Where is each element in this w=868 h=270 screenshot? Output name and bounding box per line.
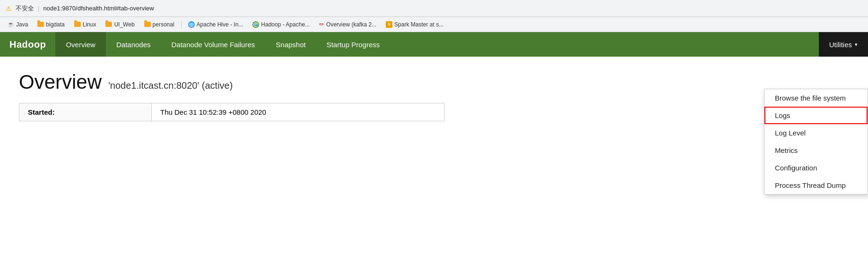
- folder-icon-personal: [144, 22, 151, 27]
- bookmark-hadoop-apache[interactable]: 🌍 Hadoop - Apache...: [249, 20, 313, 29]
- dropdown-configuration[interactable]: Configuration: [764, 159, 868, 177]
- bookmark-hive-label: Apache Hive - In...: [197, 21, 243, 28]
- started-value: Thu Dec 31 10:52:39 +0800 2020: [152, 103, 444, 121]
- bookmark-java-label: Java: [16, 21, 28, 28]
- nav-item-datanode-volume-failures[interactable]: Datanode Volume Failures: [161, 32, 266, 57]
- folder-icon-bigdata: [37, 22, 44, 27]
- dropdown-log-level[interactable]: Log Level: [764, 124, 868, 142]
- bookmarks-bar: ☕ Java bigdata Linux UI_Web personal 🌐 A…: [0, 17, 868, 32]
- utilities-dropdown-menu: Browse the file system Logs Log Level Me…: [764, 89, 868, 194]
- bookmark-kafka-label: Overview (kafka 2...: [326, 21, 376, 28]
- folder-icon-uiweb: [105, 22, 112, 27]
- utilities-label: Utilities: [829, 41, 852, 49]
- nav-wrapper: Hadoop Overview Datanodes Datanode Volum…: [0, 32, 868, 57]
- dropdown-metrics[interactable]: Metrics: [764, 142, 868, 159]
- bookmark-spark-label: Spark Master at s...: [394, 21, 443, 28]
- nav-utilities-dropdown[interactable]: Utilities ▾: [819, 32, 868, 57]
- bookmark-bigdata[interactable]: bigdata: [34, 20, 68, 29]
- security-label: 不安全: [16, 4, 34, 13]
- started-label: Started:: [19, 103, 152, 121]
- bookmark-hadoop-label: Hadoop - Apache...: [261, 21, 310, 28]
- nav-item-datanodes[interactable]: Datanodes: [106, 32, 161, 57]
- security-warning-icon: ⚠: [6, 5, 12, 12]
- java-icon: ☕: [8, 21, 14, 27]
- bookmark-linux[interactable]: Linux: [70, 20, 100, 29]
- overview-table: Started: Thu Dec 31 10:52:39 +0800 2020: [19, 103, 444, 121]
- dropdown-browse-filesystem[interactable]: Browse the file system: [764, 89, 868, 107]
- page-title-main: Overview: [19, 71, 102, 93]
- folder-icon-linux: [74, 22, 81, 27]
- nav-item-snapshot[interactable]: Snapshot: [265, 32, 316, 57]
- bookmark-spark[interactable]: S Spark Master at s...: [382, 20, 447, 29]
- bookmark-linux-label: Linux: [83, 21, 96, 28]
- main-content: Overview 'node1.itcast.cn:8020' (active)…: [0, 57, 868, 131]
- hadoop-brand: Hadoop: [0, 32, 55, 57]
- bookmark-kafka[interactable]: ✏ Overview (kafka 2...: [315, 20, 380, 29]
- globe-icon-hive: 🌐: [188, 21, 195, 28]
- bookmark-separator: [181, 20, 182, 29]
- bookmark-apache-hive[interactable]: 🌐 Apache Hive - In...: [184, 20, 247, 29]
- browser-bar: ⚠ 不安全 | node1:9870/dfshealth.html#tab-ov…: [0, 0, 868, 17]
- dropdown-arrow-icon: ▾: [855, 42, 858, 48]
- bookmark-bigdata-label: bigdata: [46, 21, 64, 28]
- page-title-area: Overview 'node1.itcast.cn:8020' (active): [19, 71, 849, 93]
- bookmark-personal[interactable]: personal: [140, 20, 178, 29]
- bookmark-personal-label: personal: [153, 21, 174, 28]
- dropdown-logs[interactable]: Logs: [764, 107, 868, 124]
- bookmark-java[interactable]: ☕ Java: [4, 20, 32, 29]
- table-row: Started: Thu Dec 31 10:52:39 +0800 2020: [19, 103, 444, 121]
- spark-icon: S: [386, 21, 392, 28]
- page-title-sub: 'node1.itcast.cn:8020' (active): [108, 80, 233, 91]
- globe-icon-hadoop: 🌍: [252, 21, 259, 28]
- bookmark-uiweb-label: UI_Web: [114, 21, 134, 28]
- hadoop-nav: Hadoop Overview Datanodes Datanode Volum…: [0, 32, 868, 57]
- nav-item-overview[interactable]: Overview: [55, 32, 106, 57]
- url-bar[interactable]: node1:9870/dfshealth.html#tab-overview: [43, 5, 154, 12]
- bookmark-uiweb[interactable]: UI_Web: [102, 20, 138, 29]
- nav-item-startup-progress[interactable]: Startup Progress: [316, 32, 391, 57]
- dropdown-process-thread-dump[interactable]: Process Thread Dump: [764, 177, 868, 194]
- pen-icon: ✏: [319, 21, 324, 28]
